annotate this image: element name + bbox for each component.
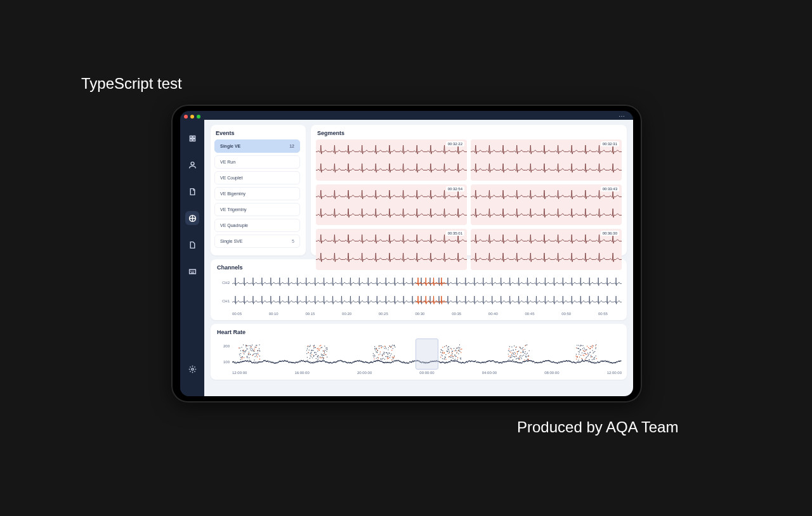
- svg-point-755: [516, 361, 517, 363]
- svg-point-929: [584, 361, 584, 362]
- svg-point-56: [247, 349, 248, 349]
- svg-point-59: [249, 345, 249, 346]
- window-menu-icon[interactable]: ⋯: [619, 113, 629, 120]
- svg-point-596: [452, 352, 452, 353]
- heartrate-panel: Heart Rate 200100 12:00:0016:00:0020:00:…: [211, 324, 627, 380]
- svg-point-744: [515, 353, 516, 354]
- file-icon[interactable]: [185, 238, 199, 252]
- svg-point-800: [525, 356, 526, 356]
- svg-point-133: [268, 361, 269, 363]
- svg-point-574: [447, 349, 448, 350]
- svg-point-73: [251, 361, 251, 362]
- svg-point-179: [303, 360, 303, 361]
- close-window-icon[interactable]: [184, 115, 188, 119]
- segment-thumbnail[interactable]: 00:32:54: [316, 184, 467, 226]
- svg-point-942: [587, 345, 587, 346]
- settings-icon[interactable]: [185, 362, 199, 376]
- svg-point-990: [595, 345, 596, 346]
- segment-thumbnail[interactable]: 00:32:31: [471, 139, 622, 181]
- app-screen: ⋯ Events Single VE12VE RunVE CoupletVE B…: [180, 111, 633, 396]
- svg-point-982: [594, 357, 595, 358]
- events-list[interactable]: Single VE12VE RunVE CoupletVE BigeminyVE…: [214, 139, 302, 250]
- channel-waveform[interactable]: [232, 274, 622, 292]
- svg-point-455: [392, 357, 393, 358]
- event-item[interactable]: Single SVE5: [214, 235, 300, 248]
- svg-point-234: [315, 354, 316, 355]
- event-item[interactable]: VE Couplet: [214, 171, 300, 184]
- dashboard-icon[interactable]: [185, 131, 199, 145]
- svg-point-171: [297, 362, 298, 363]
- svg-point-776: [520, 352, 521, 353]
- svg-point-290: [327, 347, 327, 348]
- svg-point-749: [516, 356, 516, 357]
- main-content: Events Single VE12VE RunVE CoupletVE Big…: [204, 120, 633, 396]
- svg-point-538: [442, 352, 442, 353]
- analysis-icon[interactable]: [185, 211, 199, 225]
- svg-point-168: [294, 363, 295, 364]
- svg-point-194: [308, 352, 308, 352]
- svg-point-421: [386, 348, 386, 349]
- time-tick: 00:35: [452, 312, 461, 316]
- svg-point-816: [528, 359, 528, 359]
- maximize-window-icon[interactable]: [197, 115, 200, 119]
- svg-point-606: [454, 359, 455, 360]
- heartrate-chart[interactable]: [232, 339, 622, 370]
- svg-point-257: [321, 347, 322, 348]
- svg-point-34: [243, 351, 244, 352]
- svg-point-900: [578, 351, 579, 352]
- svg-point-619: [456, 348, 457, 349]
- svg-point-924: [584, 355, 584, 356]
- svg-point-725: [512, 356, 513, 356]
- svg-point-457: [391, 359, 392, 360]
- svg-point-947: [587, 352, 588, 353]
- minimize-window-icon[interactable]: [190, 115, 194, 119]
- svg-point-584: [450, 357, 451, 358]
- patient-icon[interactable]: [185, 158, 199, 172]
- svg-point-764: [518, 351, 518, 352]
- svg-point-737: [514, 354, 514, 354]
- event-item[interactable]: VE Trigeminy: [214, 203, 300, 216]
- segment-thumbnail[interactable]: 00:33:43: [471, 184, 622, 226]
- svg-point-260: [321, 355, 322, 356]
- svg-point-139: [273, 362, 273, 363]
- svg-point-250: [318, 355, 318, 356]
- keyboard-icon[interactable]: [185, 264, 199, 278]
- svg-point-264: [322, 354, 323, 355]
- svg-point-32: [243, 344, 244, 345]
- svg-point-14: [239, 347, 240, 348]
- svg-point-882: [576, 354, 577, 354]
- time-tick: 00:25: [379, 312, 388, 316]
- svg-point-988: [595, 348, 596, 349]
- heartrate-selection[interactable]: [416, 339, 439, 370]
- svg-point-68: [250, 345, 251, 345]
- svg-point-31: [244, 350, 244, 351]
- event-item[interactable]: VE Quadruple: [214, 219, 300, 232]
- svg-point-902: [579, 356, 580, 357]
- event-item[interactable]: Single VE12: [214, 139, 300, 153]
- svg-point-248: [318, 349, 318, 350]
- segment-thumbnail[interactable]: 00:35:01: [316, 229, 467, 270]
- svg-point-484: [403, 361, 404, 363]
- segments-title: Segments: [316, 130, 622, 136]
- channel-waveform[interactable]: [232, 292, 622, 311]
- svg-point-983: [594, 351, 595, 352]
- svg-point-553: [443, 362, 444, 363]
- report-icon[interactable]: [185, 184, 199, 198]
- svg-point-57: [247, 360, 248, 361]
- svg-point-809: [527, 359, 528, 359]
- event-item[interactable]: VE Bigeminy: [214, 187, 300, 200]
- svg-point-600: [452, 351, 453, 352]
- svg-point-125: [263, 361, 263, 362]
- svg-point-120: [259, 356, 260, 356]
- svg-point-587: [451, 356, 452, 357]
- svg-point-735: [513, 361, 513, 363]
- svg-point-753: [516, 346, 516, 347]
- svg-point-48: [246, 345, 246, 345]
- svg-point-150: [281, 361, 282, 362]
- svg-point-1009: [608, 361, 608, 363]
- event-item[interactable]: VE Run: [214, 155, 300, 169]
- segment-thumbnail[interactable]: 00:32:22: [316, 139, 467, 181]
- segment-thumbnail[interactable]: 00:36:30: [471, 229, 622, 270]
- svg-point-712: [509, 349, 509, 349]
- svg-point-385: [378, 354, 379, 355]
